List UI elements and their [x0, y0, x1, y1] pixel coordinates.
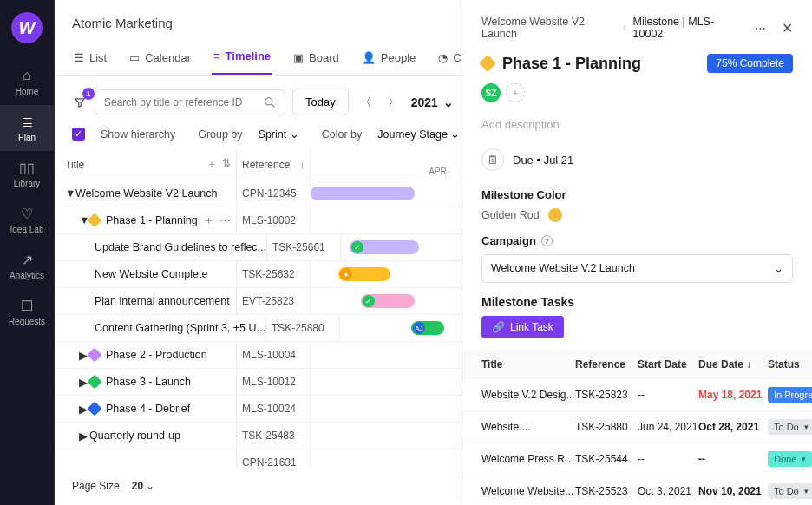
- task-title: Welcome Press Re...: [481, 453, 575, 465]
- row-title: Content Gathering (Sprint 3, +5 U...: [95, 322, 265, 334]
- chevron-right-icon: ›: [622, 22, 625, 34]
- view-list[interactable]: ☰List: [72, 44, 108, 75]
- timeline-bar[interactable]: ✓: [350, 240, 419, 254]
- task-status-cell: In Progre: [768, 387, 812, 403]
- show-hierarchy-checkbox[interactable]: ✓: [72, 128, 85, 141]
- milestone-diamond-icon: [479, 55, 496, 72]
- svg-point-0: [265, 97, 272, 104]
- expand-caret-icon[interactable]: ▶: [79, 430, 89, 443]
- row-reference: TSK-25483: [237, 423, 311, 449]
- task-start: Oct 3, 2021: [638, 485, 698, 497]
- prev-period[interactable]: 〈: [356, 92, 377, 113]
- nav-rail: W ⌂Home ≣Plan ▯▯Library ♡Idea Lab ↗Analy…: [0, 0, 55, 505]
- timeline-bar[interactable]: ✓: [361, 294, 415, 308]
- add-column-icon[interactable]: ＋: [206, 157, 217, 172]
- nav-label: Plan: [18, 133, 36, 142]
- nav-label: Idea Lab: [10, 225, 44, 234]
- nav-library[interactable]: ▯▯Library: [0, 151, 54, 197]
- row-reference: CPN-12345: [237, 180, 311, 207]
- page-size-label: Page Size: [72, 480, 120, 492]
- today-button[interactable]: Today: [292, 89, 349, 115]
- more-icon[interactable]: ⋯: [755, 22, 766, 35]
- nav-analytics[interactable]: ↗Analytics: [0, 243, 54, 289]
- task-title: Website ...: [481, 421, 575, 433]
- page-size-select[interactable]: 20 ⌄: [132, 480, 155, 492]
- row-title: Phase 2 - Production: [106, 349, 207, 361]
- breadcrumb: Welcome Website V2 Launch › Milestone | …: [462, 16, 812, 54]
- view-board[interactable]: ▣Board: [291, 44, 341, 75]
- search-input-wrapper[interactable]: [95, 89, 285, 115]
- nav-label: Home: [16, 87, 39, 96]
- nav-requests[interactable]: ☐Requests: [0, 289, 54, 335]
- search-icon: [264, 96, 276, 108]
- color-by-value[interactable]: Journey Stage ⌄: [377, 128, 460, 141]
- task-title: Welcome Website...: [481, 485, 575, 497]
- close-icon[interactable]: ✕: [782, 20, 793, 36]
- nav-home[interactable]: ⌂Home: [0, 59, 54, 105]
- task-due: May 18, 2021: [698, 389, 768, 401]
- status-chip[interactable]: In Progre: [768, 387, 812, 403]
- tasks-section-head: Milestone Tasks 🔗Link Task: [462, 295, 812, 338]
- timeline-bar[interactable]: ●: [338, 267, 390, 281]
- bulb-icon: ♡: [21, 206, 33, 221]
- status-chip[interactable]: To Do: [768, 419, 812, 435]
- board-icon: ▣: [293, 51, 304, 64]
- task-row[interactable]: Website ...TSK-25880Jun 24, 2021Oct 28, …: [462, 411, 812, 443]
- row-title: Plan internal announcement: [95, 295, 230, 307]
- expand-caret-icon[interactable]: ▼: [65, 187, 75, 200]
- view-calendar[interactable]: ▭Calendar: [128, 44, 193, 75]
- help-icon[interactable]: ?: [541, 235, 553, 246]
- sort-desc-icon[interactable]: ↓: [299, 159, 304, 171]
- year-selector[interactable]: 2021⌄: [411, 95, 454, 109]
- campaign-select[interactable]: Welcome Website V.2 Launch⌄: [481, 254, 793, 283]
- col-title-header: Title ＋⇅: [55, 149, 237, 180]
- nav-label: Library: [14, 179, 41, 188]
- row-reference: TSK-25880: [266, 315, 340, 341]
- add-icon[interactable]: ＋: [203, 213, 214, 228]
- milestone-diamond-icon: [88, 348, 102, 363]
- status-chip[interactable]: Done: [768, 451, 812, 467]
- task-row[interactable]: Welcome Press Re...TSK-25544----Done: [462, 443, 812, 475]
- add-assignee-button[interactable]: +: [506, 83, 525, 102]
- sort-desc-icon: ↓: [746, 358, 751, 371]
- nav-plan[interactable]: ≣Plan: [0, 105, 54, 151]
- svg-line-1: [272, 103, 275, 107]
- filter-button[interactable]: 1: [72, 95, 88, 110]
- task-status-cell: To Do: [768, 483, 812, 499]
- description-input[interactable]: Add description: [462, 118, 812, 148]
- app-logo: W: [11, 12, 43, 43]
- search-input[interactable]: [104, 96, 259, 108]
- more-icon[interactable]: ⋯: [219, 213, 231, 228]
- task-start: Jun 24, 2021: [638, 421, 698, 433]
- milestone-diamond-icon: [88, 375, 102, 390]
- task-row[interactable]: Welcome Website...TSK-25523Oct 3, 2021No…: [462, 475, 812, 505]
- chevron-down-icon: ⌄: [774, 262, 783, 275]
- chart-icon: ◔: [438, 51, 448, 64]
- view-timeline[interactable]: ≡Timeline: [212, 44, 272, 75]
- view-people[interactable]: 👤People: [360, 44, 417, 75]
- sort-icon[interactable]: ⇅: [222, 157, 231, 172]
- row-title: Phase 4 - Debrief: [106, 403, 190, 415]
- group-by-value[interactable]: Sprint ⌄: [259, 128, 299, 141]
- check-icon: ✓: [363, 295, 375, 307]
- color-swatch[interactable]: [548, 208, 562, 222]
- calendar-icon[interactable]: 🗓: [481, 148, 504, 171]
- check-icon: ✓: [351, 241, 363, 253]
- avatar[interactable]: SZ: [481, 83, 501, 102]
- link-task-button[interactable]: 🔗Link Task: [481, 316, 564, 338]
- list-icon: ≣: [22, 114, 33, 129]
- crumb-parent[interactable]: Welcome Website V2 Launch: [481, 16, 615, 40]
- list-icon: ☰: [74, 51, 84, 64]
- color-label: Milestone Color: [481, 188, 793, 201]
- assignee-row: SZ +: [462, 83, 812, 118]
- timeline-bar[interactable]: [311, 187, 415, 200]
- due-row: 🗓 Due • Jul 21: [462, 148, 812, 188]
- next-period[interactable]: 〉: [383, 92, 404, 113]
- nav-idea-lab[interactable]: ♡Idea Lab: [0, 197, 54, 243]
- link-icon: 🔗: [492, 321, 505, 333]
- task-row[interactable]: Website V.2 Desig...TSK-25823--May 18, 2…: [462, 379, 812, 411]
- task-due: Oct 28, 2021: [698, 421, 768, 433]
- timeline-bar[interactable]: AJ: [411, 321, 444, 335]
- row-reference: MLS-10024: [237, 396, 311, 422]
- status-chip[interactable]: To Do: [768, 483, 812, 499]
